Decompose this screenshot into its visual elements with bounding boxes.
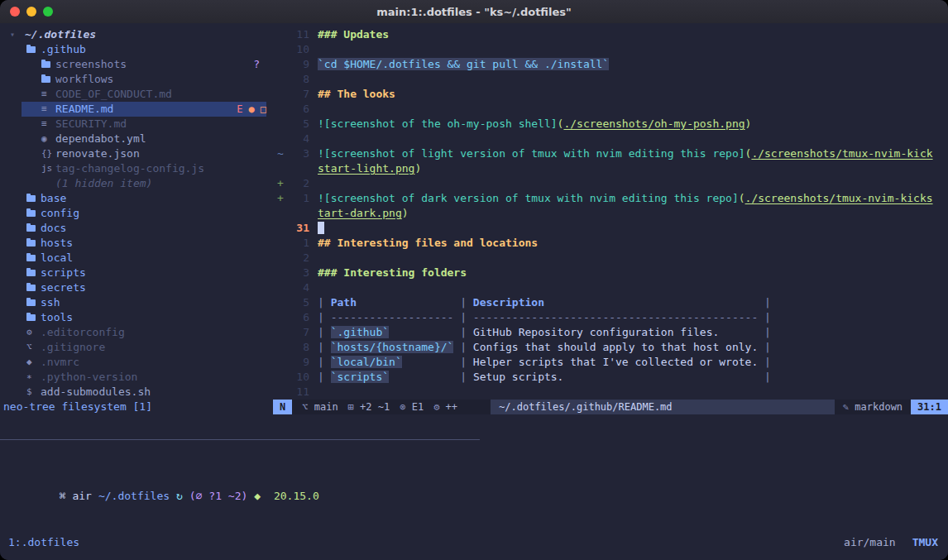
folder-icon-shape [26,285,36,291]
tree-item-screenshots[interactable]: screenshots? [0,57,273,72]
seg-code: `scripts` [331,371,389,383]
seg-pipe: | [758,326,771,338]
seg-plain [544,296,758,309]
tree-item-1-hidden-item[interactable]: (1 hidden item) [0,176,273,191]
tree-item-docs[interactable]: docs [0,221,273,236]
gutter-sign [273,310,288,325]
gutter-sign [273,385,288,400]
tree-item-local[interactable]: local [0,251,273,266]
lsp-extra: ++ [446,401,457,413]
tree-item-add-submodules.sh[interactable]: $add-submodules.sh [0,385,273,400]
pane-divider[interactable] [0,439,480,440]
line-text: | `local/bin` | Helper scripts that I've… [318,355,771,370]
editor-line[interactable]: 6| ------------------- | ---------------… [273,310,948,325]
gutter-sign [273,280,288,295]
editor-line[interactable]: tart-dark.png) [273,206,948,221]
editor-line[interactable]: +1![screenshot of dark version of tmux w… [273,191,948,206]
tree-item-.github[interactable]: .github [0,42,273,57]
tree-item-label: .gitignore [41,340,105,355]
tree-item-.python-version[interactable]: ∗.python-version [0,370,273,385]
folder-icon [26,314,41,321]
tree-item-label: renovate.json [55,146,140,161]
editor-buffer[interactable]: 11### Updates 10 9`cd $HOME/.dotfiles &&… [273,27,948,400]
tree-item-tools[interactable]: tools [0,310,273,325]
status-flag: E [237,102,242,117]
tree-item-security.md[interactable]: ≡SECURITY.md [0,117,273,132]
seg-th: Description [473,296,544,309]
markdown-icon: ≡ [41,87,55,102]
zoom-button[interactable] [43,7,53,17]
line-text: | ------------------- | ----------------… [318,310,771,325]
tree-item-tag-changelog-config.js[interactable]: jstag-changelog-config.js [0,161,273,176]
editor-line[interactable]: 5![screenshot of the oh-my-posh shell](.… [273,117,948,132]
tree-item-.nvmrc[interactable]: ◆.nvmrc [0,355,273,370]
seg-plain [402,356,454,368]
line-number: 6 [288,102,309,117]
tree-item-code-of-conduct.md[interactable]: ≡CODE_OF_CONDUCT.md [0,87,273,102]
editor-line[interactable]: 31 [273,221,948,236]
tree-item-label: config [41,206,79,221]
editor-line[interactable]: 5| Path | Description | [273,295,948,310]
editor-line[interactable]: 7| `.github` | GitHub Repository configu… [273,325,948,340]
seg-plain [389,371,453,383]
tree-item-workflows[interactable]: workflows [0,72,273,87]
editor-line[interactable]: 9`cd $HOME/.dotfiles && git pull && ./in… [273,57,948,72]
prompt-input-line[interactable]: → [7,548,333,560]
js-icon: js [41,161,55,176]
tree-item-ssh[interactable]: ssh [0,295,273,310]
tree-item-hosts[interactable]: hosts [0,236,273,251]
editor-line[interactable]: 10 [273,42,948,57]
tree-item-base[interactable]: base [0,191,273,206]
tree-item-.gitignore[interactable]: ⌥.gitignore [0,340,273,355]
tree-root[interactable]: ▾ ~/.dotfiles [0,27,273,42]
status-flag: ● [249,102,255,117]
seg-h2: ## Interesting files and locations [318,237,538,249]
seg-dash: ------------------- [331,311,454,323]
editor-line[interactable]: +2 [273,176,948,191]
tree-item-renovate.json[interactable]: {}renovate.json [0,146,273,161]
prompt-line: ⌘air~/.dotfiles↻(⌀ ?1 ~2)◆ 20.15.0 [7,474,333,519]
seg-plain: GitHub Repository configuration files. [473,326,758,338]
tree-item-dependabot.yml[interactable]: ◉dependabot.yml [0,132,273,146]
folder-icon [26,270,41,276]
minimize-button[interactable] [26,7,36,17]
editor-line[interactable]: 10| `scripts` | Setup scripts. | [273,370,948,385]
editor-line[interactable]: 9| `local/bin` | Helper scripts that I'v… [273,355,948,370]
line-number: 2 [288,176,309,191]
editor-line[interactable]: 7## The looks [273,87,948,102]
tree-item-scripts[interactable]: scripts [0,266,273,280]
editor-line[interactable]: 8 [273,72,948,87]
seg-cursor [318,222,324,234]
editor-line[interactable]: 3### Interesting folders [273,266,948,280]
seg-pipe: | [453,371,472,383]
folder-icon-shape [26,240,36,246]
editor-line[interactable]: start-light.png) [273,161,948,176]
tree-root-label: ~/.dotfiles [25,27,96,42]
editor-line[interactable]: ~3![screenshot of light version of tmux … [273,146,948,161]
editor-line[interactable]: 4 [273,132,948,146]
folder-icon [26,240,41,246]
editor-line[interactable]: 6 [273,102,948,117]
gutter-sign [273,102,288,117]
tree-item-.editorconfig[interactable]: ⚙.editorconfig [0,325,273,340]
tmux-window-tab[interactable]: 1:.dotfiles [8,535,79,550]
titlebar[interactable]: main:1:.dotfiles - "ks~/.dotfiles" [0,0,948,24]
editor-line[interactable]: 1## Interesting files and locations [273,236,948,251]
gutter-sign: + [273,191,288,206]
tree-item-readme.md[interactable]: ≡README.mdE●□ [0,102,273,117]
node-icon: ◆ [254,490,261,502]
editor-line[interactable]: 4 [273,280,948,295]
editor-line[interactable]: 8| `hosts/{hostname}/` | Configs that sh… [273,340,948,355]
close-button[interactable] [10,7,20,17]
line-text: ## Interesting files and locations [318,236,538,251]
seg-pipe: | [453,296,472,309]
expand-arrow-icon: ▾ [10,27,25,42]
seg-mdpunct: ) [414,162,421,175]
gutter-sign [273,117,288,132]
editor-line[interactable]: 11### Updates [273,27,948,42]
editor-line[interactable]: 11 [273,385,948,400]
editor-line[interactable]: 2 [273,251,948,266]
tree-item-secrets[interactable]: secrets [0,280,273,295]
tree-item-config[interactable]: config [0,206,273,221]
folder-icon [41,61,55,68]
